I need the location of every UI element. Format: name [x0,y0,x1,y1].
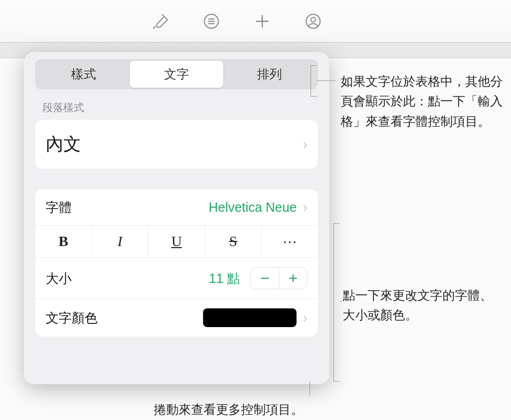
callout-font-controls: 點一下來更改文字的字體、大小或顏色。 [343,286,504,326]
callout-lead-line [340,301,342,302]
size-increase-button[interactable]: + [279,268,307,289]
plus-icon[interactable] [250,9,275,34]
callout-lead-line [317,80,335,81]
callout-scroll: 捲動來查看更多控制項目。 [119,400,338,419]
svg-point-7 [311,17,316,22]
font-controls-group: 字體 Helvetica Neue › B I U S ⋯ 大小 11 點 − … [35,189,318,336]
list-icon[interactable] [199,9,224,34]
paragraph-style-row[interactable]: 內文 › [35,120,318,169]
text-color-label: 文字顏色 [46,309,98,327]
app-toolbar [0,0,511,43]
more-styles-button[interactable]: ⋯ [261,226,318,258]
paragraph-style-label: 段落樣式 [43,101,318,115]
text-color-swatch [203,308,297,327]
format-tabs: 樣式 文字 排列 [35,59,318,89]
chevron-right-icon: › [303,199,307,215]
tab-text[interactable]: 文字 [130,61,223,88]
italic-button[interactable]: I [91,226,148,258]
text-color-row[interactable]: 文字顏色 › [35,299,318,336]
size-row: 大小 11 點 − + [35,258,318,299]
size-stepper: − + [250,267,307,289]
callout-tabs: 如果文字位於表格中，其他分頁會顯示於此：點一下「輸入格」來查看字體控制項目。 [341,72,507,131]
font-value: Helvetica Neue [209,200,297,215]
size-decrease-button[interactable]: − [251,268,279,289]
chevron-right-icon: › [303,137,307,153]
size-label: 大小 [46,270,72,287]
callout-lead-line [310,382,310,396]
strikethrough-button[interactable]: S [205,226,261,258]
underline-button[interactable]: U [148,226,205,258]
collaborate-icon[interactable] [301,9,326,34]
chevron-right-icon: › [303,310,307,326]
font-style-buttons: B I U S ⋯ [35,225,318,258]
font-label: 字體 [46,199,72,216]
tab-arrange[interactable]: 排列 [223,61,316,88]
callout-lead-line [311,65,317,97]
paragraph-style-value: 內文 [46,132,81,156]
callout-lead-line [333,223,340,382]
paintbrush-icon[interactable] [148,9,173,34]
font-row[interactable]: 字體 Helvetica Neue › [35,189,318,225]
size-value: 11 點 [209,270,240,287]
format-popover: 樣式 文字 排列 段落樣式 內文 › 字體 Helvetica Neue › B… [24,52,329,384]
bold-button[interactable]: B [35,226,91,258]
tab-style[interactable]: 樣式 [37,61,130,88]
